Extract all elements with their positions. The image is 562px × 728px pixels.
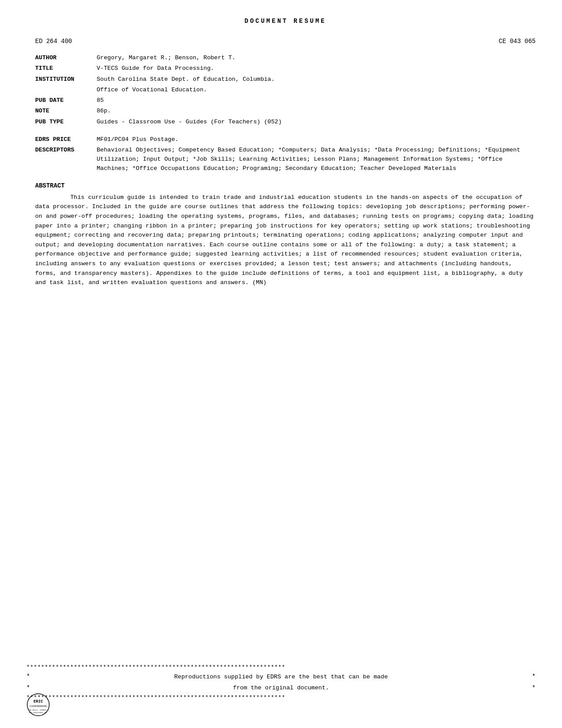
note-value: 86p. (97, 107, 536, 115)
abstract-title: ABSTRACT (35, 182, 536, 189)
abstract-section: ABSTRACT This curriculum guide is intend… (35, 182, 536, 288)
institution-value: South Carolina State Dept. of Education,… (97, 75, 536, 84)
pub-type-label: PUB TYPE (35, 118, 97, 126)
footer-line1-star-left: * (26, 671, 30, 682)
institution-value2: Office of Vocational Education. (97, 86, 536, 94)
footer-star-top: ****************************************… (26, 663, 536, 671)
footer-line2: * from the original document. * (26, 683, 536, 694)
svg-text:ON ADULT, CAREER,: ON ADULT, CAREER, (29, 709, 47, 711)
footer-line1-star-right: * (532, 671, 536, 682)
note-label: NOTE (35, 107, 97, 115)
page-title: DOCUMENT RESUME (35, 18, 536, 25)
svg-text:ERIC: ERIC (33, 699, 43, 704)
pub-type-row: PUB TYPE Guides - Classroom Use - Guides… (35, 118, 536, 126)
edrs-price-row: EDRS PRICE MF01/PC04 Plus Postage. (35, 135, 536, 144)
doc-id-right: CE 043 065 (499, 38, 536, 45)
title-row: TITLE V-TECS Guide for Data Processing. (35, 64, 536, 73)
title-value: V-TECS Guide for Data Processing. (97, 64, 536, 73)
institution-continuation: Office of Vocational Education. (35, 86, 536, 94)
footer-section: ****************************************… (26, 663, 536, 702)
pub-date-row: PUB DATE 85 (35, 96, 536, 105)
svg-text:AND VOCATIONAL ED.: AND VOCATIONAL ED. (29, 712, 47, 714)
footer-line1: * Reproductions supplied by EDRS are the… (26, 671, 536, 682)
doc-id-left: ED 264 400 (35, 38, 72, 45)
author-label: AUTHOR (35, 54, 97, 62)
metadata-section: AUTHOR Gregory, Margaret R.; Benson, Rob… (35, 54, 536, 126)
author-value: Gregory, Margaret R.; Benson, Robert T. (97, 54, 536, 62)
author-row: AUTHOR Gregory, Margaret R.; Benson, Rob… (35, 54, 536, 62)
descriptors-label: DESCRIPTORS (35, 146, 97, 173)
institution-row: INSTITUTION South Carolina State Dept. o… (35, 75, 536, 84)
footer-star-bottom: ****************************************… (26, 694, 536, 702)
pub-type-value: Guides - Classroom Use - Guides (For Tea… (97, 118, 536, 126)
pub-date-value: 85 (97, 96, 536, 105)
institution-label: INSTITUTION (35, 75, 97, 84)
footer-line2-text: from the original document. (32, 683, 530, 693)
svg-text:CLEARINGHOUSE: CLEARINGHOUSE (29, 705, 47, 708)
descriptors-row: DESCRIPTORS Behavioral Objectives; Compe… (35, 146, 536, 173)
descriptors-value: Behavioral Objectives; Competency Based … (97, 146, 536, 173)
abstract-text: This curriculum guide is intended to tra… (35, 193, 536, 288)
note-row: NOTE 86p. (35, 107, 536, 115)
footer-line1-text: Reproductions supplied by EDRS are the b… (32, 672, 530, 682)
footer-line2-star-left: * (26, 683, 30, 694)
footer-line2-star-right: * (532, 683, 536, 694)
pub-date-label: PUB DATE (35, 96, 97, 105)
descriptors-section: EDRS PRICE MF01/PC04 Plus Postage. DESCR… (35, 135, 536, 173)
title-label: TITLE (35, 64, 97, 73)
edrs-price-label: EDRS PRICE (35, 135, 97, 144)
edrs-price-value: MF01/PC04 Plus Postage. (97, 135, 536, 144)
eric-logo: ERIC CLEARINGHOUSE ON ADULT, CAREER, AND… (26, 693, 53, 719)
